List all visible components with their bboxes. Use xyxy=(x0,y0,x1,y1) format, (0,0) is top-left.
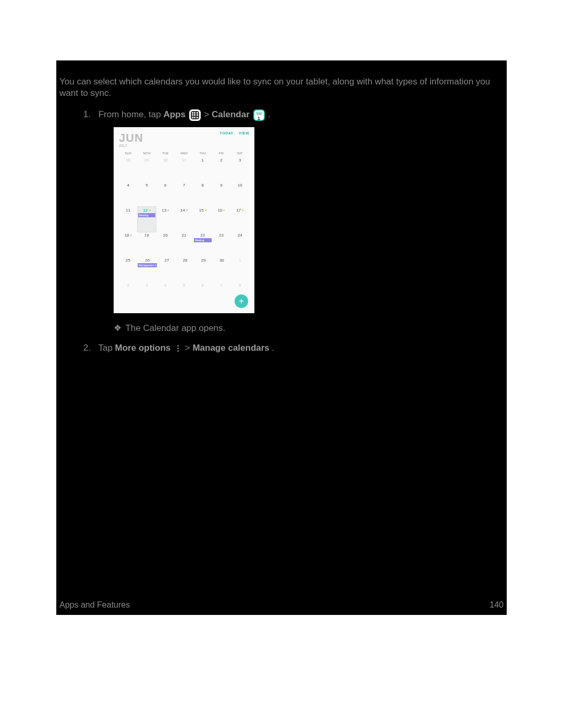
calendar-week-row: 2345678 xyxy=(119,282,249,307)
page-footer: Apps and Features 140 xyxy=(59,600,504,610)
day-number: 18 xyxy=(119,233,138,238)
calendar-day-cell[interactable]: 10 xyxy=(230,182,249,207)
day-number: 3 xyxy=(138,283,156,288)
calendar-event[interactable]: Meeting xyxy=(194,238,212,242)
calendar-day-cell[interactable]: 7 xyxy=(175,182,193,207)
calendar-day-cell[interactable]: 3 xyxy=(138,282,156,307)
day-number: 1 xyxy=(231,258,249,263)
calendar-day-cell[interactable]: 4 xyxy=(119,182,138,207)
calendar-day-cell[interactable]: 28 xyxy=(119,157,138,182)
calendar-day-cell[interactable]: 2 xyxy=(119,282,138,307)
calendar-day-cell[interactable]: 29 xyxy=(138,157,156,182)
day-number: 6 xyxy=(156,183,175,188)
day-number: 2 xyxy=(212,158,231,163)
day-number: 28 xyxy=(119,158,138,163)
day-of-week-header: SUNMONTUEWEDTHUFRISAT xyxy=(119,152,249,155)
calendar-day-cell[interactable]: 9 xyxy=(212,182,231,207)
day-number: 23 xyxy=(212,233,231,238)
calendar-day-cell[interactable]: 11 xyxy=(119,207,138,232)
calendar-day-cell[interactable]: 1 xyxy=(231,257,249,282)
day-number: 6 xyxy=(193,283,212,288)
day-number: 8 xyxy=(230,283,249,288)
calendar-day-cell[interactable]: 22Meeting xyxy=(193,232,212,257)
day-number: 7 xyxy=(212,283,231,288)
calendar-day-cell[interactable]: 8 xyxy=(193,182,212,207)
day-number: 12 xyxy=(138,208,156,213)
day-number: 13 xyxy=(156,208,175,213)
calendar-day-cell[interactable]: 31 xyxy=(175,157,193,182)
calendar-screenshot: JUN 2017 TODAY VIEW SUNMONTUEWEDTHUFRISA… xyxy=(114,127,254,313)
day-number: 4 xyxy=(119,183,138,188)
day-number: 30 xyxy=(156,158,175,163)
step1-pre: From home, tap xyxy=(99,109,164,119)
calendar-week-row: 45678910 xyxy=(119,182,249,207)
calendar-event[interactable]: Management 1 xyxy=(138,263,157,267)
dow-label: WED xyxy=(175,152,193,155)
day-number: 19 xyxy=(138,233,156,238)
calendar-label: Calendar xyxy=(212,109,250,119)
day-number: 17 xyxy=(230,208,249,213)
calendar-day-cell[interactable]: 2 xyxy=(212,157,231,182)
today-button[interactable]: TODAY xyxy=(220,131,234,135)
calendar-day-cell[interactable]: 5 xyxy=(175,282,193,307)
day-number: 4 xyxy=(156,283,175,288)
event-dot xyxy=(149,209,151,211)
calendar-day-cell[interactable]: 13 xyxy=(156,207,175,232)
calendar-day-cell[interactable]: 26Management 1 xyxy=(137,257,157,282)
calendar-day-cell[interactable]: 30 xyxy=(156,157,175,182)
step-2: 2. Tap More options > Manage calendars . xyxy=(77,343,507,353)
calendar-day-cell[interactable]: 17 xyxy=(230,207,249,232)
day-number: 21 xyxy=(175,233,193,238)
calendar-day-cell[interactable]: 12Meeting xyxy=(137,206,157,232)
calendar-day-cell[interactable]: 29 xyxy=(194,257,213,282)
add-event-fab[interactable]: + xyxy=(235,294,248,308)
calendar-day-cell[interactable]: 25 xyxy=(119,257,137,282)
calendar-event[interactable]: Meeting xyxy=(138,213,156,217)
calendar-day-cell[interactable]: 7 xyxy=(212,282,231,307)
bullet-icon: ❖ xyxy=(114,323,123,334)
calendar-day-cell[interactable]: 23 xyxy=(212,232,231,257)
calendar-day-cell[interactable]: 21 xyxy=(175,232,193,257)
calendar-day-cell[interactable]: 20 xyxy=(156,232,175,257)
calendar-day-cell[interactable]: 14 xyxy=(175,207,193,232)
footer-page-number: 140 xyxy=(489,600,504,610)
calendar-day-cell[interactable]: 28 xyxy=(176,257,194,282)
step-number: 1. xyxy=(77,109,91,120)
more-options-label: More options xyxy=(115,343,171,353)
calendar-day-cell[interactable]: 6 xyxy=(156,182,175,207)
intro-paragraph: You can select which calendars you would… xyxy=(56,60,507,99)
calendar-day-cell[interactable]: 24 xyxy=(230,232,249,257)
dow-label: SUN xyxy=(119,152,138,155)
calendar-day-cell[interactable]: 30 xyxy=(213,257,231,282)
calendar-day-cell[interactable]: 16 xyxy=(212,207,231,232)
day-number: 5 xyxy=(138,183,156,188)
day-number: 15 xyxy=(193,208,212,213)
day-number: 7 xyxy=(175,183,193,188)
view-button[interactable]: VIEW xyxy=(239,131,249,135)
calendar-week-row: 2526Management 1272829301 xyxy=(119,257,249,282)
dow-label: SAT xyxy=(230,152,249,155)
dow-label: THU xyxy=(193,152,212,155)
day-number: 20 xyxy=(156,233,175,238)
calendar-day-cell[interactable]: 19 xyxy=(138,232,156,257)
step1-sep: > xyxy=(204,109,212,119)
calendar-day-cell[interactable]: 18 xyxy=(119,232,138,257)
calendar-day-cell[interactable]: 15 xyxy=(193,207,212,232)
calendar-day-cell[interactable]: 6 xyxy=(193,282,212,307)
day-number: 3 xyxy=(230,158,249,163)
calendar-day-cell[interactable]: 5 xyxy=(138,182,156,207)
calendar-day-cell[interactable]: 4 xyxy=(156,282,175,307)
day-number: 28 xyxy=(176,258,194,263)
calendar-day-cell[interactable]: 1 xyxy=(193,157,212,182)
calendar-day-cell[interactable]: 3 xyxy=(230,157,249,182)
day-number: 22 xyxy=(193,233,212,238)
calendar-day-cell[interactable]: 27 xyxy=(157,257,176,282)
calendar-week-row: 1112Meeting1314151617 xyxy=(119,207,249,232)
day-number: 10 xyxy=(230,183,249,188)
day-number: 29 xyxy=(138,158,156,163)
cal-month: JUN xyxy=(119,131,143,145)
calendar-week-row: 1819202122Meeting2324 xyxy=(119,232,249,257)
step-result: ❖ The Calendar app opens. xyxy=(114,323,507,334)
event-dot xyxy=(186,209,188,211)
day-number: 31 xyxy=(175,158,193,163)
